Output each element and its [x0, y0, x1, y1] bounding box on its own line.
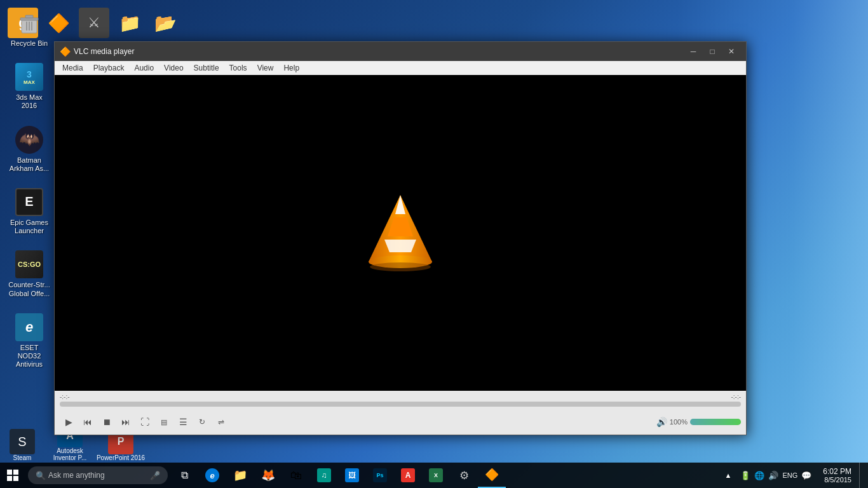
taskbar-photoshop[interactable]: Ps — [366, 463, 394, 488]
win-logo-cell-br — [13, 476, 18, 481]
ime-icon[interactable]: ENG — [782, 471, 797, 479]
vlc-app-icon: 🔶 — [60, 46, 70, 57]
vlc-menu-media[interactable]: Media — [57, 62, 88, 74]
vlc-time-elapsed: -:-:- — [60, 393, 70, 400]
batman-label: Batman Arkham As... — [8, 156, 51, 173]
vlc-window: 🔶 VLC media player ─ □ ✕ Media Playback … — [54, 41, 747, 435]
vlc-menu-view[interactable]: View — [252, 62, 279, 74]
taskbar-music[interactable]: ♫ — [310, 463, 338, 488]
autodesk-inv-label: Autodesk Inventor P... — [44, 447, 95, 461]
notifications-icon[interactable]: 💬 — [801, 471, 811, 480]
taskbar-excel[interactable]: X — [422, 463, 450, 488]
steam-label: Steam — [13, 454, 32, 461]
svg-point-11 — [370, 262, 431, 271]
taskbar-firefox[interactable]: 🦊 — [254, 463, 282, 488]
vlc-menu-subtitle[interactable]: Subtitle — [189, 62, 224, 74]
sys-tray-icons: 🔋 🌐 🔊 ENG 💬 — [736, 471, 815, 480]
vlc-play-button[interactable]: ▶ — [60, 413, 78, 431]
microphone-icon[interactable]: 🎤 — [150, 471, 160, 480]
taskbar-edge[interactable]: e — [198, 463, 226, 488]
start-button[interactable] — [0, 463, 25, 488]
win-logo-cell-tl — [7, 470, 12, 475]
vlc-volume-bar[interactable] — [690, 419, 741, 425]
vlc-menu-tools[interactable]: Tools — [224, 62, 252, 74]
taskbar-search-bar[interactable]: 🔍 🎤 — [28, 466, 168, 484]
vlc-menu-video[interactable]: Video — [159, 62, 188, 74]
volume-icon[interactable]: 🔊 — [768, 471, 778, 480]
vlc-menu-audio[interactable]: Audio — [129, 62, 159, 74]
win-logo-cell-tr — [13, 470, 18, 475]
counter-strike-label: Counter-Str... Global Offe... — [8, 281, 51, 297]
notification-expand[interactable]: ▲ — [722, 471, 735, 479]
show-desktop-button[interactable] — [859, 463, 863, 488]
vlc-prev-button[interactable]: ⏮ — [79, 413, 97, 431]
clock-time: 6:02 PM — [823, 467, 851, 476]
svg-rect-1 — [20, 18, 38, 20]
epic-games-icon[interactable]: E Epic Games Launcher — [5, 184, 53, 238]
vlc-playlist-button[interactable]: ☰ — [174, 413, 192, 431]
3ds-max-label: 3ds Max 2016 — [8, 93, 51, 110]
desktop: g 🔶 ⚔ 📁 📂 — [0, 0, 868, 488]
steam-taskbar-preview[interactable]: S Steam — [0, 424, 44, 463]
svg-marker-8 — [384, 240, 416, 252]
vlc-video-area — [55, 75, 746, 391]
folder1-icon[interactable]: 📁 — [112, 5, 147, 41]
recycle-bin-label: Recycle Bin — [11, 39, 48, 48]
network-icon[interactable]: 🌐 — [754, 471, 764, 480]
vlc-maximize-button[interactable]: □ — [703, 44, 722, 59]
svg-rect-2 — [25, 15, 33, 18]
vlc-controls: ▶ ⏮ ⏹ ⏭ ⛶ ▤ ☰ ↻ ⇌ 🔊 100% — [55, 409, 746, 435]
vlc-menu-playback[interactable]: Playback — [88, 62, 130, 74]
vlc-window-buttons: ─ □ ✕ — [684, 44, 741, 59]
batman-icon[interactable]: 🦇 Batman Arkham As... — [5, 122, 53, 175]
vlc-minimize-button[interactable]: ─ — [684, 44, 703, 59]
vlc-progress-area: -:-:- -:-:- — [55, 391, 746, 409]
taskbar-photos[interactable]: 🖼 — [338, 463, 366, 488]
vlc-volume-icon[interactable]: 🔊 — [656, 417, 667, 427]
skyrim-icon[interactable]: ⚔ — [76, 5, 112, 41]
taskbar-pinned-apps: e 📁 🦊 🛍 ♫ 🖼 Ps — [198, 463, 506, 488]
vlc-close-button[interactable]: ✕ — [722, 44, 741, 59]
vlc-extended-button[interactable]: ▤ — [155, 413, 173, 431]
task-view-button[interactable]: ⧉ — [172, 463, 197, 488]
vlc-random-button[interactable]: ⇌ — [212, 413, 230, 431]
recycle-bin-icon[interactable]: Recycle Bin — [5, 5, 53, 50]
taskbar-vlc[interactable]: 🔶 — [478, 463, 506, 488]
counter-strike-icon[interactable]: CS:GO Counter-Str... Global Offe... — [5, 247, 53, 300]
vlc-stop-button[interactable]: ⏹ — [98, 413, 116, 431]
taskbar-file-explorer[interactable]: 📁 — [226, 463, 254, 488]
vlc-loop-button[interactable]: ↻ — [193, 413, 211, 431]
eset-label: ESET NOD32 Antivirus — [8, 344, 51, 369]
clock-date: 8/5/2015 — [823, 476, 851, 484]
3ds-max-icon[interactable]: 3 MAX 3ds Max 2016 — [5, 59, 53, 112]
vlc-menubar: Media Playback Audio Video Subtitle Tool… — [55, 61, 746, 75]
desktop-icons-column: Recycle Bin 3 MAX 3ds Max 2016 🦇 Batman … — [0, 0, 58, 376]
taskbar-right-section: ▲ 🔋 🌐 🔊 ENG 💬 6:02 PM 8/5/2015 — [722, 463, 868, 488]
windows-logo — [7, 470, 18, 481]
vlc-fullscreen-button[interactable]: ⛶ — [136, 413, 154, 431]
epic-games-label: Epic Games Launcher — [8, 219, 51, 235]
vlc-next-button[interactable]: ⏭ — [117, 413, 135, 431]
taskbar-settings[interactable]: ⚙ — [450, 463, 478, 488]
system-clock[interactable]: 6:02 PM 8/5/2015 — [818, 467, 857, 484]
vlc-menu-help[interactable]: Help — [278, 62, 304, 74]
vlc-cone-logo — [362, 192, 438, 274]
vlc-title: VLC media player — [74, 47, 684, 56]
taskbar: 🔍 🎤 ⧉ e 📁 🦊 🛍 ♫ — [0, 463, 868, 488]
folder2-icon[interactable]: 📂 — [147, 5, 183, 41]
vlc-volume-area: 🔊 100% — [656, 417, 741, 427]
battery-icon[interactable]: 🔋 — [740, 471, 750, 480]
vlc-seekbar[interactable] — [60, 402, 741, 407]
win-logo-cell-bl — [7, 476, 12, 481]
eset-icon[interactable]: e ESET NOD32 Antivirus — [5, 309, 53, 372]
powerpoint-label: PowerPoint 2016 — [97, 454, 145, 461]
taskbar-autodesk[interactable]: A — [394, 463, 422, 488]
search-input[interactable] — [48, 471, 150, 480]
vlc-titlebar: 🔶 VLC media player ─ □ ✕ — [55, 42, 746, 61]
vlc-volume-label: 100% — [670, 418, 688, 426]
taskbar-store[interactable]: 🛍 — [282, 463, 310, 488]
vlc-volume-fill — [690, 419, 741, 425]
search-icon: 🔍 — [36, 471, 46, 480]
vlc-time-remaining: -:-:- — [731, 393, 741, 400]
